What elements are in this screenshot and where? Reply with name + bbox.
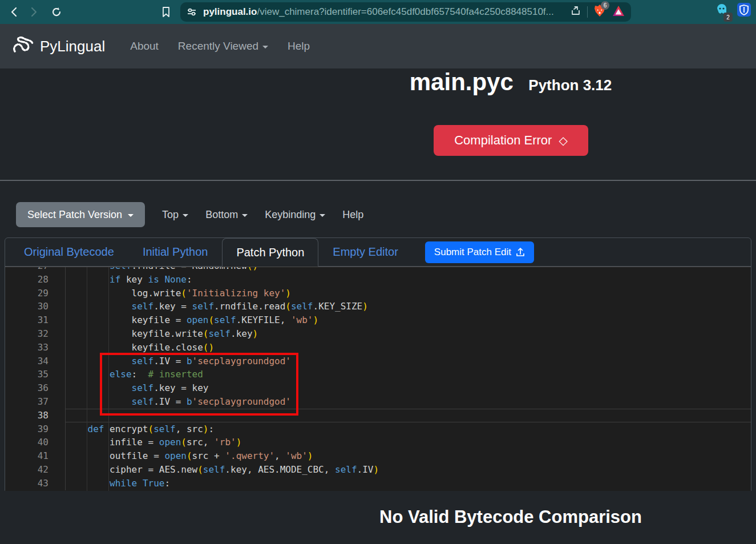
status-label: Compilation Error (454, 133, 552, 148)
code-line[interactable]: 42 cipher = AES.new(self.key, AES.MODE_C… (5, 463, 751, 477)
browser-toolbar: pylingual.io/view_chimera?identifier=606… (0, 0, 756, 24)
nav-link-about[interactable]: About (130, 40, 159, 53)
select-patch-version-button[interactable]: Select Patch Version (16, 202, 145, 227)
compilation-status-button[interactable]: Compilation Error ◇ (434, 125, 588, 156)
chevron-down-icon (183, 214, 188, 217)
code-editor[interactable]: 27 self.rndfile = Random.new()28 if key … (5, 267, 751, 491)
toolbar-separator (587, 6, 588, 18)
password-extension-button[interactable] (737, 2, 751, 19)
code-line[interactable]: 32 keyfile.write(self.key) (5, 327, 751, 341)
code-line[interactable]: 39 def encrypt(self, src): (5, 422, 751, 436)
line-number: 43 (5, 477, 48, 490)
code-line[interactable]: 30 self.key = self.rndfile.read(self.KEY… (5, 300, 751, 313)
line-number: 33 (5, 341, 48, 354)
share-button[interactable] (570, 5, 581, 19)
code-line[interactable]: 27 self.rndfile = Random.new() (5, 267, 751, 273)
upload-icon (516, 247, 525, 257)
page-title-row: main.pyc Python 3.12 (265, 68, 756, 96)
line-number: 40 (5, 436, 48, 449)
brave-rewards-badge: 6 (601, 1, 609, 10)
code-line[interactable]: 37 self.IV = b'secplaygroundgod' (5, 395, 751, 409)
wallet-extension-button[interactable]: 2 (715, 3, 729, 19)
indent-guide (87, 267, 87, 491)
code-text: log.write('Initializing key') (65, 287, 751, 300)
address-bar[interactable]: pylingual.io/view_chimera?identifier=606… (180, 2, 631, 22)
url-text: pylingual.io/view_chimera?identifier=606… (203, 6, 565, 18)
tab-patch-python[interactable]: Patch Python (222, 238, 318, 267)
code-text: else: # inserted (65, 368, 751, 381)
python-version-label: Python 3.12 (528, 76, 612, 94)
line-number: 27 (5, 267, 48, 273)
bat-button[interactable] (612, 5, 625, 19)
bookmark-button[interactable] (156, 2, 176, 22)
diamond-toggle-icon: ◇ (559, 134, 567, 147)
line-number: 37 (5, 395, 48, 409)
chevron-down-icon (128, 214, 134, 217)
menu-bottom[interactable]: Bottom (205, 209, 248, 221)
submit-patch-edit-button[interactable]: Submit Patch Edit (425, 241, 534, 263)
editor-card: Original Bytecode Initial Python Patch P… (5, 237, 751, 491)
code-text: self.IV = b'secplaygroundgod' (65, 354, 751, 368)
code-text: self.key = key (65, 381, 751, 395)
code-text: keyfile.write(self.key) (65, 327, 751, 341)
back-icon (9, 6, 20, 18)
line-number: 42 (5, 463, 48, 477)
code-text: cipher = AES.new(self.key, AES.MODE_CBC,… (65, 463, 751, 477)
menu-top[interactable]: Top (162, 209, 188, 221)
section-divider (0, 180, 756, 181)
code-lines: 27 self.rndfile = Random.new()28 if key … (5, 267, 751, 490)
code-line[interactable]: 41 outfile = open(src + '.qwerty', 'wb') (5, 449, 751, 463)
brand-name: PyLingual (40, 38, 105, 55)
line-number: 38 (5, 409, 48, 422)
back-button[interactable] (5, 2, 24, 22)
code-text: self.key = self.rndfile.read(self.KEY_SI… (65, 300, 751, 313)
share-icon (570, 5, 581, 17)
code-line[interactable]: 31 keyfile = open(self.KEYFILE, 'wb') (5, 313, 751, 327)
line-number: 36 (5, 381, 48, 395)
code-line[interactable]: 40 infile = open(src, 'rb') (5, 436, 751, 449)
shield-icon (737, 2, 751, 17)
chevron-down-icon (320, 214, 325, 217)
code-text: self.rndfile = Random.new() (65, 267, 751, 273)
menu-keybinding[interactable]: Keybinding (265, 209, 325, 221)
select-patch-version-label: Select Patch Version (27, 209, 122, 221)
code-line[interactable]: 35 else: # inserted (5, 368, 751, 381)
patch-toolbar: Select Patch Version Top Bottom Keybindi… (16, 202, 363, 227)
code-text: keyfile = open(self.KEYFILE, 'wb') (65, 313, 751, 327)
menu-help[interactable]: Help (342, 209, 363, 221)
code-line[interactable]: 29 log.write('Initializing key') (5, 287, 751, 300)
tab-original-bytecode[interactable]: Original Bytecode (10, 238, 128, 266)
chevron-down-icon (242, 214, 248, 217)
code-text: outfile = open(src + '.qwerty', 'wb') (65, 449, 751, 463)
code-line[interactable]: 43 while True: (5, 477, 751, 490)
code-text: def encrypt(self, src): (65, 422, 751, 436)
line-number: 35 (5, 368, 48, 381)
line-number: 39 (5, 422, 48, 436)
brave-rewards-button[interactable]: 6 (593, 4, 606, 20)
code-line[interactable]: 38 (5, 409, 751, 422)
code-line[interactable]: 28 if key is None: (5, 273, 751, 287)
nav-link-recently-viewed[interactable]: Recently Viewed (178, 40, 268, 53)
tab-empty-editor[interactable]: Empty Editor (318, 238, 412, 266)
code-text: infile = open(src, 'rb') (65, 436, 751, 449)
site-settings-icon (186, 6, 197, 18)
nav-link-help[interactable]: Help (288, 40, 310, 53)
code-line[interactable]: 36 self.key = key (5, 381, 751, 395)
tab-initial-python[interactable]: Initial Python (128, 238, 223, 266)
brand-link[interactable]: PyLingual (11, 37, 105, 56)
code-text: while True: (65, 477, 751, 490)
bat-triangle-icon (612, 5, 625, 17)
reload-icon (51, 6, 62, 18)
reload-button[interactable] (47, 2, 66, 22)
page-title: main.pyc (410, 68, 514, 96)
code-text: keyfile.close() (65, 341, 751, 354)
code-line[interactable]: 33 keyfile.close() (5, 341, 751, 354)
code-line[interactable]: 34 self.IV = b'secplaygroundgod' (5, 354, 751, 368)
code-text: if key is None: (65, 273, 751, 287)
line-number: 31 (5, 313, 48, 327)
tab-bar: Original Bytecode Initial Python Patch P… (5, 238, 751, 267)
submit-patch-edit-label: Submit Patch Edit (434, 247, 511, 258)
forward-button[interactable] (24, 2, 43, 22)
line-number: 29 (5, 287, 48, 300)
indent-guide (108, 267, 109, 491)
